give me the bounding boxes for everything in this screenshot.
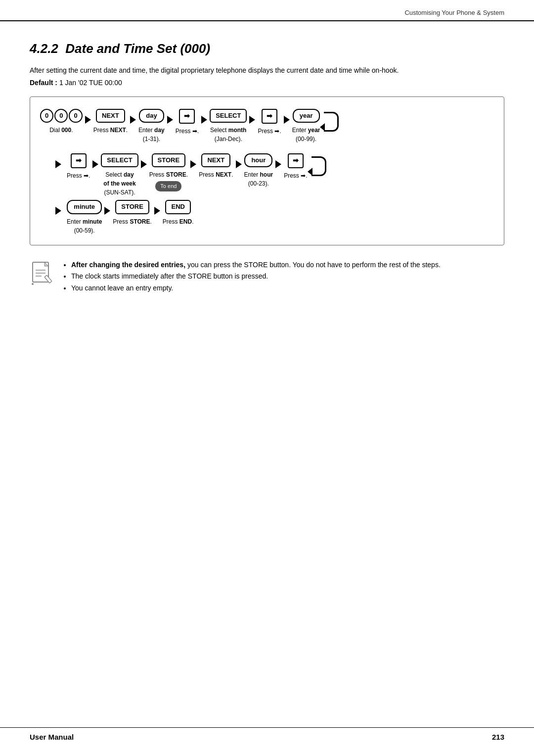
desc-arrow2: Press ➡. [258, 127, 281, 136]
step-arrow4: ➡ Press ➡. [284, 153, 307, 180]
loop-arrow2 [310, 153, 326, 176]
notes-icon [30, 260, 54, 287]
desc-store2: Press STORE. [113, 217, 151, 226]
conn11 [273, 153, 284, 168]
key-store1: STORE [152, 153, 186, 167]
note3-text: You cannot leave an entry empty. [71, 284, 173, 292]
step-arrow1: ➡ Press ➡. [176, 109, 199, 136]
conn7 [90, 153, 101, 168]
step-dial: 0 0 0 Dial 000. [40, 109, 83, 135]
note-item-1: After changing the desired entries, you … [71, 259, 441, 271]
desc-day: Enter day(1-31). [138, 126, 165, 143]
svg-point-5 [32, 283, 34, 285]
conn8 [138, 153, 149, 168]
conn1 [83, 109, 93, 124]
step-minute: minute Enter minute(00-59). [67, 200, 102, 235]
key-next2: NEXT [201, 153, 230, 167]
conn13 [152, 200, 163, 215]
footer-right: 213 [492, 733, 504, 741]
step-store2: STORE Press STORE. [113, 200, 151, 226]
key-store2: STORE [115, 200, 149, 214]
intro-text: After setting the current date and time,… [30, 65, 504, 76]
page-footer: User Manual 213 [0, 727, 534, 741]
diagram-box: 0 0 0 Dial 000. NEXT Press NEXT. day [30, 96, 504, 245]
key-arrow1: ➡ [179, 109, 195, 124]
desc-next2: Press NEXT. [199, 170, 233, 179]
conn10 [233, 153, 244, 168]
diagram-row2: ➡ Press ➡. SELECT Select dayof the week(… [53, 153, 494, 197]
step-arrow2: ➡ Press ➡. [258, 109, 281, 136]
key-end: END [165, 200, 190, 214]
desc-arrow1: Press ➡. [176, 127, 199, 136]
desc-hour: Enter hour(00-23). [244, 170, 273, 188]
page-header: Customising Your Phone & System [0, 0, 534, 21]
notes-section: After changing the desired entries, you … [30, 259, 504, 294]
note2-text: The clock starts immediately after the S… [71, 272, 268, 280]
loop-arrow1 [322, 109, 339, 132]
key-arrow2: ➡ [262, 109, 277, 124]
step-end: END Press END. [163, 200, 194, 226]
step-next1: NEXT Press NEXT. [93, 109, 128, 135]
row3-indent [53, 200, 64, 215]
key-minute: minute [67, 200, 102, 214]
desc-select2: Select dayof the week(SUN-SAT). [103, 170, 135, 197]
key-select1: SELECT [210, 109, 247, 123]
page-content: 4.2.2 Date and Time Set (000) After sett… [0, 21, 534, 334]
desc-next1: Press NEXT. [93, 126, 128, 135]
key-day: day [139, 109, 164, 123]
key-0b: 0 [54, 109, 68, 123]
step-day: day Enter day(1-31). [138, 109, 165, 143]
footer-left: User Manual [30, 733, 74, 741]
row2-indent [53, 153, 64, 168]
conn9 [188, 153, 199, 168]
key-arrow3: ➡ [71, 153, 87, 168]
note1-bold: After changing the desired entries, [71, 261, 185, 269]
to-end-label: To end [155, 181, 181, 191]
desc-arrow4: Press ➡. [284, 171, 307, 180]
key-next1: NEXT [96, 109, 125, 123]
desc-dial: Dial 000. [49, 126, 73, 135]
conn4 [199, 109, 210, 124]
key-hour: hour [244, 153, 272, 167]
header-text: Customising Your Phone & System [404, 9, 504, 16]
conn2 [128, 109, 138, 124]
key-year: year [293, 109, 320, 123]
step-next2: NEXT Press NEXT. [199, 153, 233, 179]
diagram-row3: minute Enter minute(00-59). STORE Press … [53, 200, 494, 235]
step-select2: SELECT Select dayof the week(SUN-SAT). [101, 153, 138, 197]
conn6 [281, 109, 292, 124]
note-item-2: The clock starts immediately after the S… [71, 271, 441, 283]
desc-end: Press END. [163, 217, 194, 226]
desc-arrow3: Press ➡. [67, 171, 90, 180]
note-item-3: You cannot leave an entry empty. [71, 283, 441, 294]
step-store1: STORE Press STORE. To end [149, 153, 188, 191]
key-0c: 0 [69, 109, 82, 123]
step-hour: hour Enter hour(00-23). [244, 153, 273, 188]
key-arrow4: ➡ [288, 153, 304, 168]
conn5 [247, 109, 258, 124]
section-title: 4.2.2 Date and Time Set (000) [30, 41, 504, 56]
diagram-row1: 0 0 0 Dial 000. NEXT Press NEXT. day [40, 109, 494, 143]
desc-year: Enter year(00-99). [292, 126, 320, 143]
desc-select1: Select month(Jan-Dec). [210, 126, 246, 143]
step-year: year Enter year(00-99). [292, 109, 320, 143]
key-0a: 0 [40, 109, 53, 123]
notes-list: After changing the desired entries, you … [62, 259, 441, 294]
default-line: Default : 1 Jan '02 TUE 00:00 [30, 79, 504, 87]
desc-store1: Press STORE. To end [149, 170, 188, 191]
conn3 [165, 109, 176, 124]
desc-minute: Enter minute(00-59). [67, 217, 102, 235]
step-arrow3: ➡ Press ➡. [67, 153, 90, 180]
step-select1: SELECT Select month(Jan-Dec). [210, 109, 247, 143]
key-select2: SELECT [101, 153, 138, 167]
conn12 [102, 200, 113, 215]
note1-rest: you can press the STORE button. You do n… [187, 261, 441, 269]
